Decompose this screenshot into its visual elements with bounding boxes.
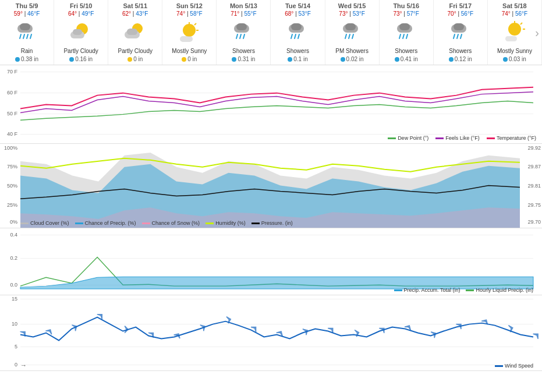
svg-rect-8 (73, 29, 82, 35)
accum-y-04: 0.4 (10, 232, 17, 238)
day-desc-8: Showers (435, 48, 486, 55)
svg-rect-16 (180, 36, 193, 42)
legend-humidity: Humidity (%) (206, 220, 246, 226)
svg-line-19 (236, 34, 238, 38)
accum-chart-inner (20, 228, 533, 295)
next-arrow[interactable]: › (532, 23, 542, 42)
svg-line-26 (298, 34, 299, 38)
precip-dot-4 (232, 57, 236, 62)
legend-cloudcover: Cloud Cover (%) (20, 220, 69, 226)
precip-chart-svg (20, 144, 520, 228)
svg-marker-71 (533, 331, 541, 339)
svg-point-42 (508, 23, 521, 36)
legend-color-feelslike (435, 137, 444, 139)
svg-rect-28 (345, 23, 356, 30)
weather-icon-2 (122, 20, 148, 45)
svg-line-21 (243, 34, 245, 38)
svg-rect-33 (399, 23, 410, 30)
day-label-7: Thu 5/16 (381, 2, 432, 9)
pressure-y-2975: 29.75 (527, 202, 541, 208)
svg-line-35 (403, 34, 404, 38)
accum-chart-svg (20, 228, 533, 295)
high-temp-3: 74° (176, 10, 185, 17)
precip-y-0: 0% (10, 219, 17, 225)
wind-legend: Wind Speed (495, 363, 533, 369)
svg-line-39 (454, 34, 455, 38)
svg-line-24 (291, 34, 292, 38)
weather-icon-4 (231, 20, 256, 45)
day-desc-4: Showers (218, 48, 269, 55)
weather-icon-3 (176, 20, 202, 45)
day-precip-4: 0.31 in (218, 56, 269, 62)
svg-marker-53 (72, 323, 79, 331)
legend-color-hourly (466, 289, 474, 291)
precip-y-axis: 100% 75% 50% 25% 0% (0, 144, 20, 228)
svg-line-34 (399, 34, 401, 38)
precip-dot-7 (395, 57, 399, 62)
legend-feelslike: Feels Like (°F) (435, 135, 480, 141)
weather-icon-7 (394, 20, 419, 45)
high-temp-8: 70° (448, 10, 456, 17)
day-col-sun512: Sun 5/12 74° | 58°F Mostly Sunny 0 in (162, 0, 217, 65)
precip-y-50: 50% (7, 183, 17, 189)
svg-line-20 (240, 34, 241, 38)
legend-chancesnow: Chance of Snow (%) (142, 220, 200, 226)
svg-line-3 (23, 34, 24, 38)
pressure-y-2981: 29.81 (527, 183, 541, 189)
svg-line-31 (352, 34, 353, 38)
legend-color-temperature (487, 137, 495, 139)
precip-dot-5 (288, 57, 292, 62)
high-temp-2: 62° (122, 10, 131, 17)
svg-rect-23 (291, 23, 302, 30)
wind-y-0: 0 (15, 362, 17, 368)
temp-chart-inner (20, 65, 533, 143)
svg-rect-1 (20, 23, 30, 30)
low-temp-4: 55°F (244, 10, 256, 17)
svg-line-2 (20, 34, 21, 38)
day-label-8: Fri 5/17 (435, 2, 486, 9)
svg-rect-18 (236, 23, 247, 30)
precip-dot-0 (15, 57, 20, 62)
accum-y-axis: 0.4 0.2 0.0 (0, 228, 20, 295)
weather-icon-5 (285, 20, 311, 45)
day-col-tue514: Tue 5/14 68° | 53°F Showers 0.1 in (271, 0, 325, 65)
high-temp-4: 71° (231, 10, 239, 17)
day-col-fri517: Fri 5/17 70° | 56°F Showers 0.12 in (434, 0, 488, 65)
svg-line-41 (460, 34, 462, 38)
temp-chart-svg (20, 65, 533, 143)
legend-chanceofprecip: Chance of Precip. (%) (75, 220, 136, 226)
low-temp-8: 56°F (461, 10, 473, 17)
svg-line-5 (30, 34, 31, 38)
day-desc-9: Mostly Sunny (489, 48, 540, 55)
svg-rect-46 (505, 36, 517, 41)
high-temp-5: 68° (285, 10, 293, 17)
svg-line-44 (520, 23, 522, 24)
wind-y-10: 10 (12, 321, 17, 327)
day-precip-8: 0.12 in (435, 56, 486, 62)
precip-y-75: 75% (7, 164, 17, 169)
day-label-6: Wed 5/15 (327, 2, 378, 9)
temp-y-axis: 70 F 60 F 50 F 40 F (0, 65, 20, 143)
precip-dot-6 (341, 57, 345, 62)
low-temp-9: 56°F (515, 10, 527, 17)
precip-chart-inner (20, 144, 520, 228)
day-label-3: Sun 5/12 (164, 2, 215, 9)
precip-dot-3 (182, 57, 186, 62)
precip-legend: Cloud Cover (%) Chance of Precip. (%) Ch… (20, 220, 293, 226)
legend-color-wind (495, 365, 503, 367)
legend-color-dewpoint (388, 137, 396, 139)
weather-icon-8 (448, 20, 473, 45)
svg-line-14 (194, 23, 196, 25)
temp-y-70: 70 F (7, 69, 17, 75)
precip-dot-1 (69, 57, 74, 62)
precip-dot-2 (127, 57, 132, 62)
day-label-2: Sat 5/11 (109, 2, 161, 9)
charts-area: 70 F 60 F 50 F 40 F (0, 65, 542, 374)
day-desc-2: Partly Cloudy (109, 48, 161, 55)
accum-y-00: 0.0 (10, 282, 17, 288)
legend-color-accum (394, 289, 402, 291)
day-col-thu516: Thu 5/16 73° | 57°F Showers 0.41 in (380, 0, 434, 65)
low-temp-0: 46°F (27, 10, 40, 17)
svg-line-40 (457, 34, 458, 38)
legend-color-precip (75, 223, 83, 224)
